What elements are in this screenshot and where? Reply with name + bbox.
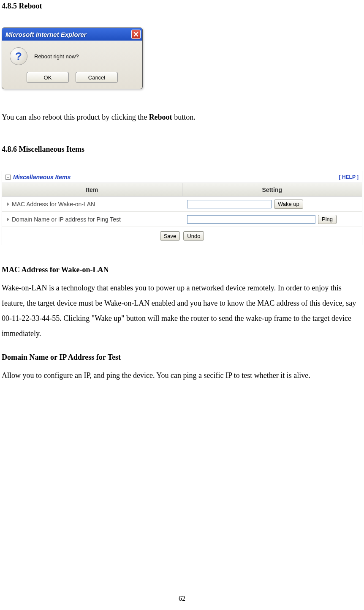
col-item: Item: [2, 183, 182, 196]
reboot-dialog: Microsoft Internet Explorer ? Reboot rig…: [2, 27, 143, 89]
misc-footer: Save Undo: [2, 227, 362, 245]
row-ping: Domain Name or IP address for Ping Test …: [2, 212, 362, 227]
reboot-text-post: button.: [172, 113, 196, 121]
triangle-icon: [7, 202, 9, 206]
row-mac-label: MAC Address for Wake-on-LAN: [2, 197, 182, 211]
row-ping-text: Domain Name or IP address for Ping Test: [12, 216, 121, 223]
row-mac-text: MAC Address for Wake-on-LAN: [12, 201, 95, 208]
misc-titlebar: Miscellaneous Items [ HELP ]: [2, 171, 362, 183]
misc-title-text: Miscellaneous Items: [13, 174, 71, 181]
reboot-text-bold: Reboot: [149, 113, 172, 121]
reboot-paragraph: You can also reboot this product by clic…: [2, 109, 362, 125]
row-ping-label: Domain Name or IP address for Ping Test: [2, 212, 182, 227]
page-number: 62: [0, 595, 364, 602]
cancel-button[interactable]: Cancel: [76, 72, 118, 83]
undo-button[interactable]: Undo: [183, 231, 204, 241]
triangle-icon: [7, 218, 9, 221]
misc-panel: Miscellaneous Items [ HELP ] Item Settin…: [2, 171, 362, 245]
ping-input[interactable]: [187, 215, 315, 224]
wake-up-button[interactable]: Wake up: [274, 200, 303, 209]
misc-title: Miscellaneous Items: [5, 174, 71, 181]
heading-reboot: 4.8.5 Reboot: [2, 2, 362, 11]
ok-button[interactable]: OK: [27, 72, 69, 83]
question-icon: ?: [10, 47, 27, 65]
collapse-icon[interactable]: [5, 175, 11, 180]
heading-misc: 4.8.6 Miscellaneous Items: [2, 145, 362, 154]
dialog-title: Microsoft Internet Explorer: [5, 31, 87, 38]
mac-subheading: MAC Address for Wake-on-LAN: [2, 265, 362, 274]
dialog-message: Reboot right now?: [34, 53, 79, 60]
save-button[interactable]: Save: [160, 231, 180, 241]
dialog-body: ? Reboot right now?: [2, 41, 142, 69]
domain-paragraph: Allow you to configure an IP, and ping t…: [2, 368, 362, 383]
dialog-titlebar: Microsoft Internet Explorer: [2, 28, 142, 41]
ping-button[interactable]: Ping: [318, 215, 337, 224]
row-ping-setting: Ping: [182, 212, 362, 227]
mac-paragraph: Wake-on-LAN is a technology that enables…: [2, 280, 362, 341]
reboot-text-pre: You can also reboot this product by clic…: [2, 113, 149, 121]
misc-header-row: Item Setting: [2, 183, 362, 197]
mac-input[interactable]: [187, 200, 272, 208]
row-mac-setting: Wake up: [182, 197, 362, 211]
dialog-button-row: OK Cancel: [2, 69, 142, 89]
help-link[interactable]: [ HELP ]: [339, 174, 359, 180]
row-mac: MAC Address for Wake-on-LAN Wake up: [2, 197, 362, 212]
col-setting: Setting: [182, 183, 362, 196]
close-icon[interactable]: [131, 30, 141, 39]
domain-subheading: Domain Name or IP Address for Test: [2, 353, 362, 362]
